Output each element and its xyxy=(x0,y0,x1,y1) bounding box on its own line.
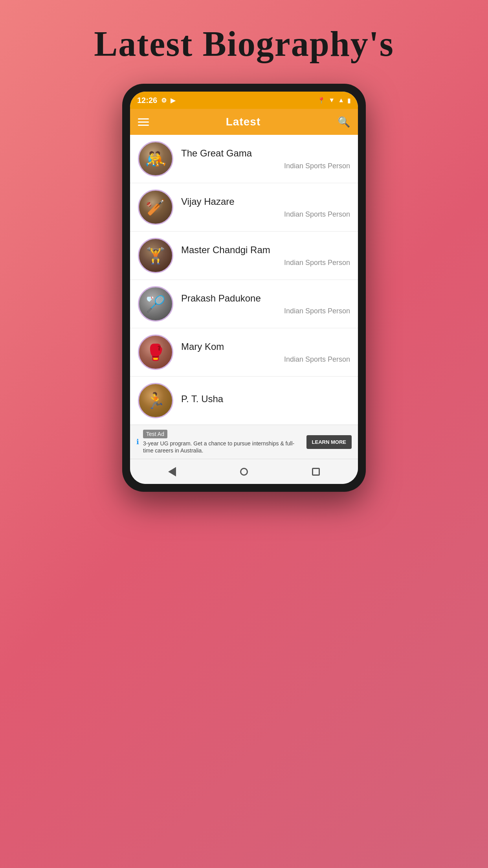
item-text: Mary Kom Indian Sports Person xyxy=(181,341,350,364)
ad-description: 3-year UG program. Get a chance to pursu… xyxy=(143,440,303,454)
item-text: P. T. Usha xyxy=(181,394,350,408)
settings-icon: ⚙ xyxy=(161,97,167,104)
item-name: Vijay Hazare xyxy=(181,196,350,207)
nav-back-button[interactable] xyxy=(164,464,180,480)
wifi-icon: ▼ xyxy=(328,97,335,104)
avatar xyxy=(138,141,173,177)
item-name: P. T. Usha xyxy=(181,394,350,405)
avatar xyxy=(138,238,173,273)
item-category: Indian Sports Person xyxy=(181,307,350,315)
ad-learn-more-button[interactable]: LEARN MORE xyxy=(306,435,352,449)
ad-banner: ℹ Test Ad 3-year UG program. Get a chanc… xyxy=(130,425,358,459)
signal-icon: ▲ xyxy=(338,97,344,104)
phone-screen: 12:26 ⚙ ▶ 📍 ▼ ▲ ▮ Latest 🔍 xyxy=(130,92,358,484)
item-category: Indian Sports Person xyxy=(181,210,350,219)
avatar xyxy=(138,335,173,370)
ad-test-label: Test Ad xyxy=(143,430,167,438)
item-text: Prakash Padukone Indian Sports Person xyxy=(181,293,350,315)
item-category: Indian Sports Person xyxy=(181,355,350,364)
nav-recents-button[interactable] xyxy=(308,464,324,480)
list-item[interactable]: Master Chandgi Ram Indian Sports Person xyxy=(130,232,358,280)
list-item[interactable]: The Great Gama Indian Sports Person xyxy=(130,135,358,183)
status-time: 12:26 xyxy=(137,96,157,105)
list-item[interactable]: Vijay Hazare Indian Sports Person xyxy=(130,183,358,232)
item-name: Mary Kom xyxy=(181,341,350,352)
ad-text-block: Test Ad 3-year UG program. Get a chance … xyxy=(143,430,303,454)
item-name: Prakash Padukone xyxy=(181,293,350,304)
page-title: Latest Biography's xyxy=(94,24,394,64)
item-name: The Great Gama xyxy=(181,148,350,159)
list-item[interactable]: Prakash Padukone Indian Sports Person xyxy=(130,280,358,328)
ad-info-icon: ℹ xyxy=(136,438,139,446)
menu-button[interactable] xyxy=(138,118,149,126)
status-bar: 12:26 ⚙ ▶ 📍 ▼ ▲ ▮ xyxy=(130,92,358,109)
list-item[interactable]: P. T. Usha xyxy=(130,377,358,425)
avatar xyxy=(138,189,173,225)
avatar xyxy=(138,286,173,322)
list-item[interactable]: Mary Kom Indian Sports Person xyxy=(130,328,358,377)
app-bar: Latest 🔍 xyxy=(130,109,358,135)
search-button[interactable]: 🔍 xyxy=(338,116,350,128)
biography-list: The Great Gama Indian Sports Person Vija… xyxy=(130,135,358,425)
play-icon: ▶ xyxy=(171,97,175,104)
phone-shell: 12:26 ⚙ ▶ 📍 ▼ ▲ ▮ Latest 🔍 xyxy=(122,84,366,492)
item-category: Indian Sports Person xyxy=(181,259,350,267)
item-text: Vijay Hazare Indian Sports Person xyxy=(181,196,350,219)
battery-icon: ▮ xyxy=(347,97,351,104)
location-icon: 📍 xyxy=(317,97,325,104)
item-text: The Great Gama Indian Sports Person xyxy=(181,148,350,170)
avatar xyxy=(138,383,173,418)
nav-home-button[interactable] xyxy=(236,464,252,480)
nav-bar xyxy=(130,459,358,484)
app-bar-title: Latest xyxy=(226,116,261,128)
item-category: Indian Sports Person xyxy=(181,162,350,170)
item-text: Master Chandgi Ram Indian Sports Person xyxy=(181,245,350,267)
item-name: Master Chandgi Ram xyxy=(181,245,350,256)
